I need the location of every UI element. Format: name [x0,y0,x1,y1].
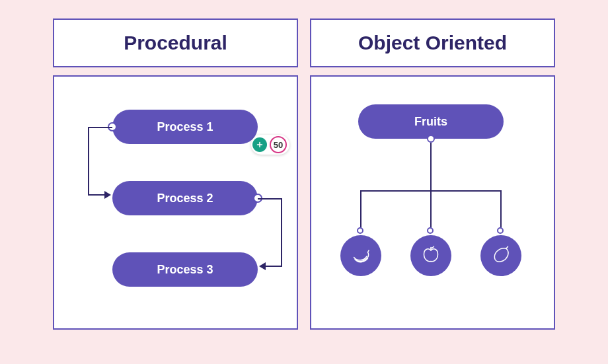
procedural-column: Procedural Process 1 Process 2 Process 3 [53,18,298,330]
process-3-pill: Process 3 [112,252,258,287]
process-1-pill: Process 1 [112,110,258,144]
fruit-child-1 [340,235,381,276]
arrow-1-head-icon [104,191,111,199]
tree-branch-line [430,190,432,230]
tree-trunk-line [430,143,432,192]
branch-connector-dot [427,227,434,234]
diagram-container: Procedural Process 1 Process 2 Process 3 [0,0,608,349]
procedural-header: Procedural [53,18,298,67]
fruits-root-pill: Fruits [358,104,504,139]
arrow-2-segment [264,266,282,267]
process-1-label: Process 1 [157,120,213,134]
object-oriented-body: Fruits [310,75,555,330]
arrow-2-head-icon [259,262,266,270]
arrow-2-segment [258,198,282,200]
fruits-root-label: Fruits [414,115,447,129]
object-oriented-header: Object Oriented [310,18,555,67]
score-badge[interactable]: 50 [251,135,289,155]
procedural-title: Procedural [61,32,290,54]
plus-icon [252,137,267,152]
branch-connector-dot [497,227,504,234]
apple-icon [419,242,443,269]
arrow-1-segment [88,194,106,196]
arrow-1-segment [88,127,112,128]
root-connector-dot [427,135,435,143]
object-oriented-column: Object Oriented Fruits [310,18,555,330]
object-oriented-title: Object Oriented [318,32,547,54]
fruit-child-3 [480,235,521,276]
process-3-label: Process 3 [157,263,213,277]
process-2-label: Process 2 [157,192,213,205]
procedural-body: Process 1 Process 2 Process 3 [53,75,298,330]
branch-connector-dot [357,227,363,234]
mango-icon [489,242,513,269]
tree-branch-line [360,190,361,230]
arrow-2-segment [281,198,282,267]
score-value: 50 [270,136,287,153]
banana-icon [349,242,373,269]
process-2-pill: Process 2 [112,181,258,215]
arrow-1-segment [88,127,89,196]
fruit-child-2 [410,235,451,276]
tree-branch-line [500,190,502,230]
